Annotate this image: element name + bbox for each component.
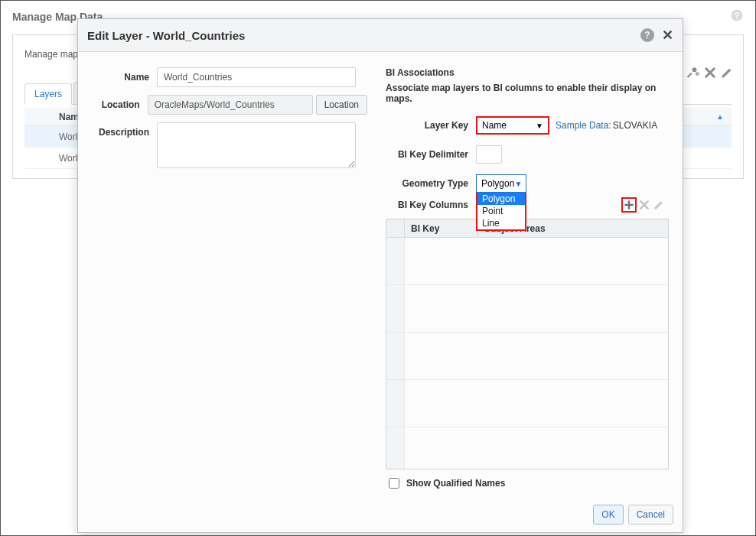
left-column: Name Location Location Description <box>92 67 367 491</box>
table-row[interactable] <box>386 285 668 333</box>
table-row[interactable] <box>386 380 668 427</box>
edit-bi-key-icon[interactable] <box>652 198 666 212</box>
dialog-footer: OK Cancel <box>78 499 683 532</box>
ok-button[interactable]: OK <box>593 505 623 525</box>
label-name: Name <box>92 67 157 87</box>
right-column: BI Associations Associate map layers to … <box>386 67 669 491</box>
layer-key-value: Name <box>482 120 507 131</box>
bi-associations-sub: Associate map layers to BI columns to en… <box>386 83 669 104</box>
chevron-down-icon: ▼ <box>514 180 522 188</box>
label-location: Location <box>92 95 148 115</box>
show-qualified-label: Show Qualified Names <box>406 478 505 489</box>
label-description: Description <box>92 122 157 168</box>
label-layer-key: Layer Key <box>386 120 476 131</box>
geometry-type-dropdown: Polygon Point Line <box>476 193 526 231</box>
description-textarea[interactable] <box>157 122 356 168</box>
show-qualified-row: Show Qualified Names <box>386 476 669 491</box>
layer-key-combo[interactable]: Name ▼ <box>476 116 549 135</box>
geometry-type-value: Polygon <box>481 178 514 189</box>
location-button[interactable]: Location <box>316 95 367 115</box>
label-bi-key-delimiter: BI Key Delimiter <box>386 149 476 160</box>
svg-point-2 <box>692 67 697 72</box>
tab-layers[interactable]: Layers <box>24 83 72 105</box>
col-bi-key[interactable]: BI Key <box>405 219 478 237</box>
pin-icon[interactable] <box>686 66 700 80</box>
bi-key-table-body <box>386 238 668 469</box>
sort-asc-icon[interactable]: ▲ <box>716 112 724 121</box>
toolbar-icons <box>686 66 734 80</box>
bi-key-table: BI Key Subject Areas <box>386 219 669 469</box>
edit-layer-dialog: Edit Layer - World_Countries ? ✕ Name Lo… <box>77 18 683 533</box>
page-help-icon[interactable]: ? <box>730 8 744 25</box>
label-geometry-type: Geometry Type <box>386 178 476 189</box>
show-qualified-checkbox[interactable] <box>389 478 399 489</box>
geometry-option-line[interactable]: Line <box>477 217 525 229</box>
sample-data-link[interactable]: Sample Data: <box>556 120 611 131</box>
table-row[interactable] <box>386 427 668 469</box>
cancel-button[interactable]: Cancel <box>628 505 673 525</box>
location-input <box>148 95 313 115</box>
bi-key-toolbar <box>621 197 669 213</box>
name-input[interactable] <box>157 67 356 87</box>
add-bi-key-button[interactable] <box>621 197 637 213</box>
table-row[interactable] <box>386 238 668 285</box>
bi-key-table-header: BI Key Subject Areas <box>386 219 668 238</box>
bi-associations-title: BI Associations <box>386 67 669 78</box>
chevron-down-icon: ▼ <box>536 122 543 130</box>
sample-data-value: SLOVAKIA <box>613 120 657 131</box>
dialog-title: Edit Layer - World_Countries <box>87 29 245 42</box>
dialog-help-icon[interactable]: ? <box>640 28 654 42</box>
geometry-type-combo[interactable]: Polygon ▼ Polygon Point Line <box>476 174 526 193</box>
label-bi-key-columns: BI Key Columns <box>386 200 476 210</box>
geometry-option-polygon[interactable]: Polygon <box>477 193 525 205</box>
dialog-header: Edit Layer - World_Countries ? ✕ <box>78 19 683 52</box>
close-icon[interactable]: ✕ <box>662 27 673 44</box>
table-row[interactable] <box>386 333 668 380</box>
geometry-option-point[interactable]: Point <box>477 205 525 217</box>
svg-text:?: ? <box>735 11 739 20</box>
bi-key-delimiter-input[interactable] <box>476 145 502 164</box>
delete-bi-key-icon[interactable] <box>637 198 651 212</box>
delete-x-icon[interactable] <box>703 66 717 80</box>
dialog-body: Name Location Location Description <box>78 52 683 499</box>
edit-pencil-icon[interactable] <box>720 66 734 80</box>
